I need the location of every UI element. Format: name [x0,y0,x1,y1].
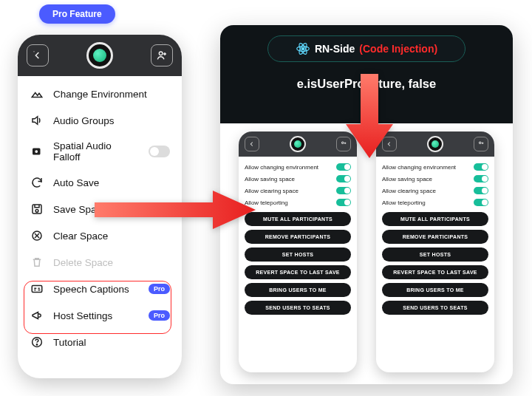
menu-label: Delete Space [53,257,113,268]
svg-marker-16 [346,74,393,158]
remove-participants-button[interactable]: REMOVE PARTICIPANTS [382,230,488,244]
svg-point-2 [35,150,38,153]
toggle-on[interactable] [474,187,488,194]
code-injection-label: (Code Injection) [359,43,437,55]
mini-body: Allow changing environment Allow saving … [239,157,357,322]
pro-pill: Pro [149,310,170,321]
add-user-icon [156,50,168,61]
setting-allow-clearing[interactable]: Allow clearing space [382,185,488,197]
toggle-on[interactable] [336,187,351,194]
mini-body: Allow changing environment Allow saving … [376,157,494,322]
svg-rect-6 [32,286,42,293]
send-users-button[interactable]: SEND USERS TO SEATS [382,301,488,315]
spatial-audio-icon [30,145,44,158]
menu-delete-space: Delete Space [18,249,182,276]
remove-participants-button[interactable]: REMOVE PARTICIPANTS [245,230,351,244]
setting-allow-teleport[interactable]: Allow teleporting [382,197,488,208]
menu-audio-groups[interactable]: Audio Groups [18,107,182,134]
speaker-icon [30,114,44,127]
toggle-on[interactable] [336,163,351,171]
bring-users-button[interactable]: BRING USERS TO ME [382,283,488,297]
svg-point-9 [301,47,304,50]
menu-label: Auto Save [53,177,99,188]
camera-avatar-icon [290,136,306,152]
svg-point-0 [159,52,163,55]
svg-point-8 [36,344,37,345]
menu-change-environment[interactable]: Change Environment [18,81,182,107]
setting-allow-env[interactable]: Allow changing environment [245,161,351,173]
spatial-audio-toggle[interactable] [149,146,170,157]
send-users-button[interactable]: SEND USERS TO SEATS [245,301,351,315]
menu-host-settings[interactable]: Host Settings Pro [18,302,182,329]
arrow-down-icon [344,74,395,160]
menu-label: Audio Groups [53,115,115,126]
captions-icon [30,282,44,296]
menu-label: Host Settings [53,310,112,321]
mini-phones-wrap: Allow changing environment Allow saving … [220,132,513,372]
megaphone-icon [30,309,44,322]
menu-spatial-audio-falloff[interactable]: Spatial Audio Falloff [18,134,182,169]
react-logo-icon [296,41,310,56]
toggle-on[interactable] [474,199,488,206]
svg-point-4 [35,209,38,212]
menu-tutorial[interactable]: Tutorial [18,329,182,355]
setting-allow-env[interactable]: Allow changing environment [382,161,488,173]
mute-all-button[interactable]: MUTE ALL PARTICIPANTS [245,212,351,226]
svg-point-13 [342,142,344,144]
mini-back-button[interactable] [245,137,259,151]
mini-phone-a: Allow changing environment Allow saving … [239,132,357,372]
mini-topbar [239,132,357,157]
revert-space-button[interactable]: REVERT SPACE TO LAST SAVE [382,265,488,279]
toggle-on[interactable] [336,175,351,182]
revert-space-button[interactable]: REVERT SPACE TO LAST SAVE [245,265,351,279]
toggle-on[interactable] [474,163,488,171]
add-user-icon [477,140,485,148]
phone-left-topbar [18,35,182,76]
pro-pill: Pro [149,284,170,294]
setting-label: Allow clearing space [382,188,436,194]
rn-side-label: RN-Side [315,43,355,55]
add-user-button[interactable] [151,44,173,66]
setting-label: Allow saving space [382,176,432,182]
help-icon [30,335,44,349]
set-hosts-button[interactable]: SET HOSTS [382,248,488,262]
menu-label: Speech Captions [53,284,129,295]
menu-label: Spatial Audio Falloff [53,140,140,163]
toggle-on[interactable] [336,199,351,206]
setting-label: Allow changing environment [245,164,318,171]
camera-avatar-icon [86,42,113,69]
setting-allow-teleport[interactable]: Allow teleporting [245,197,351,208]
refresh-icon [30,176,44,189]
landscape-icon [30,87,44,100]
setting-label: Allow changing environment [382,164,456,171]
setting-label: Allow saving space [245,176,295,182]
menu-label: Change Environment [53,89,147,100]
setting-allow-saving[interactable]: Allow saving space [245,173,351,185]
toggle-on[interactable] [474,175,488,182]
back-arrow-icon [248,140,256,148]
set-hosts-button[interactable]: SET HOSTS [245,248,351,262]
mini-add-user-button[interactable] [474,137,488,151]
pro-feature-badge: Pro Feature [39,4,115,24]
mute-all-button[interactable]: MUTE ALL PARTICIPANTS [382,212,488,226]
setting-allow-saving[interactable]: Allow saving space [382,173,488,185]
svg-point-14 [480,142,482,144]
setting-label: Allow teleporting [382,199,426,206]
back-button[interactable] [27,44,49,66]
save-icon [30,202,44,216]
camera-avatar-icon [427,136,443,152]
arrow-right-icon [95,189,257,231]
clear-icon [30,229,44,242]
mini-phone-b: Allow changing environment Allow saving … [376,132,494,372]
menu-speech-captions[interactable]: Speech Captions Pro [18,276,182,302]
bring-users-button[interactable]: BRING USERS TO ME [245,283,351,297]
menu-label: Clear Space [53,231,108,242]
rn-side-chip: RN-Side(Code Injection) [267,35,466,62]
menu-label: Tutorial [53,337,86,348]
back-arrow-icon [32,50,44,61]
setting-allow-clearing[interactable]: Allow clearing space [245,185,351,197]
trash-icon [30,256,44,269]
svg-marker-15 [95,191,256,229]
